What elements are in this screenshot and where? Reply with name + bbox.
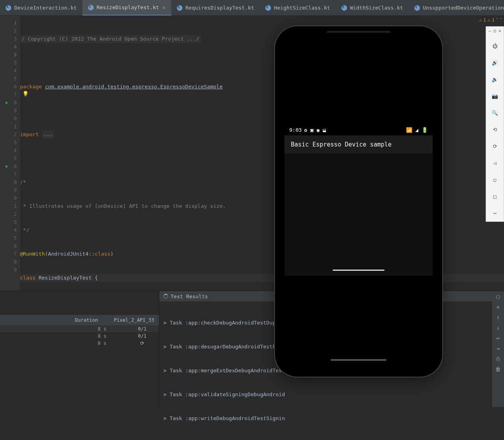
volume-up-icon[interactable]: 🔊 xyxy=(488,56,502,69)
col-device: Pixel_2_API_33 xyxy=(114,317,154,323)
scroll-to-end-icon[interactable]: ⇥ xyxy=(496,345,500,352)
tab-label: WidthSizeClass.kt xyxy=(350,5,403,11)
up-icon[interactable]: ↑ xyxy=(496,314,500,321)
screenshot-icon[interactable]: 📷 xyxy=(488,89,502,103)
test-row[interactable]: 8 s ⟳ xyxy=(0,340,159,347)
tab-label: HeightSizeClass.kt xyxy=(274,5,330,11)
copyright-comment: / Copyright (C) 2022 The Android Open So… xyxy=(20,35,201,43)
close-icon[interactable]: ✕ xyxy=(498,28,501,33)
status-icons: ✿ ▣ ◉ ⬓ xyxy=(304,127,326,133)
tab-resizedisplaytest[interactable]: ResizeDisplayTest.kt × xyxy=(82,0,171,16)
tab-heightsizeclass[interactable]: HeightSizeClass.kt xyxy=(260,0,336,16)
col-duration: Duration xyxy=(75,317,98,323)
tab-label: UnsupportedDeviceOperationExcepti xyxy=(423,5,504,11)
android-status-bar: 9:03 ✿ ▣ ◉ ⬓ 📶 ◢ 🔋 xyxy=(284,124,433,135)
output-side-toolbar: ▢ ✕ ↑ ↓ ↩ ⇥ ⎙ 🗑 xyxy=(492,291,504,407)
rotate-right-icon[interactable]: ⟳ xyxy=(488,139,502,153)
next-highlight-icon[interactable]: ˅ xyxy=(500,18,502,23)
editor-tab-bar: DeviceInteraction.kt ResizeDisplayTest.k… xyxy=(0,0,504,16)
kotlin-file-icon xyxy=(341,5,347,11)
test-row[interactable]: 8 s 0/1 xyxy=(0,325,159,332)
tab-label: ResizeDisplayTest.kt xyxy=(97,4,159,10)
run-class-gutter-icon[interactable]: ▶ xyxy=(6,99,8,107)
run-test-gutter-icon[interactable]: ▶ xyxy=(6,162,8,170)
tab-widthsizeclass[interactable]: WidthSizeClass.kt xyxy=(336,0,409,16)
kotlin-file-icon xyxy=(414,5,420,11)
tab-unsupportedexception[interactable]: UnsupportedDeviceOperationExcepti xyxy=(409,0,504,16)
kotlin-file-icon xyxy=(177,5,182,11)
kotlin-file-icon xyxy=(6,5,11,11)
layout-icon[interactable]: ▢ xyxy=(496,293,500,300)
test-tree-panel: Duration Pixel_2_API_33 8 s 0/1 8 s 0/1 … xyxy=(0,291,159,407)
inspection-summary[interactable]: ⚠1 ⚠1 ˄ ˅ xyxy=(479,18,503,23)
volume-down-icon[interactable]: 🔉 xyxy=(488,72,502,86)
tab-requiresdisplaytest[interactable]: RequiresDisplayTest.kt xyxy=(171,0,260,16)
kotlin-file-icon xyxy=(265,5,271,11)
spinner-icon: ⟳ xyxy=(130,340,154,346)
progress-spinner-icon xyxy=(163,294,168,299)
test-row[interactable]: 8 s 0/1 xyxy=(0,332,159,340)
close-tab-icon[interactable]: × xyxy=(162,4,165,11)
tab-label: DeviceInteraction.kt xyxy=(14,5,77,11)
gesture-bar[interactable] xyxy=(333,270,384,271)
emulator-screen[interactable]: 9:03 ✿ ▣ ◉ ⬓ 📶 ◢ 🔋 Basic Espresso Device… xyxy=(284,124,433,276)
fold-icon[interactable]: ▸ xyxy=(14,19,16,27)
rotate-left-icon[interactable]: ⟲ xyxy=(488,123,502,136)
warning-icon: ⚠ xyxy=(479,18,482,23)
tab-deviceinteraction[interactable]: DeviceInteraction.kt xyxy=(0,0,82,16)
more-icon[interactable]: ⋯ xyxy=(488,206,502,220)
output-title: Test Results xyxy=(171,293,208,299)
tab-label: RequiresDisplayTest.kt xyxy=(186,5,254,11)
zoom-icon[interactable]: 🔍 xyxy=(488,106,502,119)
app-title-bar: Basic Espresso Device sample xyxy=(284,135,433,154)
emulator-device-frame: 9:03 ✿ ▣ ◉ ⬓ 📶 ◢ 🔋 Basic Espresso Device… xyxy=(275,26,442,377)
fold-icon[interactable]: ▸ xyxy=(14,51,16,59)
minimize-icon[interactable]: — xyxy=(488,28,491,33)
test-tree-header: Duration Pixel_2_API_33 xyxy=(0,315,159,325)
prev-highlight-icon[interactable]: ˄ xyxy=(496,18,498,23)
home-icon[interactable]: ○ xyxy=(488,173,502,186)
overview-icon[interactable]: □ xyxy=(488,190,502,203)
status-right-icons: 📶 ◢ 🔋 xyxy=(406,127,428,133)
trash-icon[interactable]: 🗑 xyxy=(495,366,501,372)
kotlin-file-icon xyxy=(88,5,94,10)
soft-wrap-icon[interactable]: ↩ xyxy=(496,335,500,341)
warning-icon: ⚠ xyxy=(488,18,490,23)
power-icon[interactable]: ⏻ xyxy=(488,39,502,53)
back-icon[interactable]: ◁ xyxy=(488,156,502,170)
print-icon[interactable]: ⎙ xyxy=(496,356,500,362)
intention-bulb-icon[interactable]: 💡 xyxy=(22,91,29,97)
close-panel-icon[interactable]: ✕ xyxy=(496,304,500,310)
float-icon[interactable]: ◻ xyxy=(494,28,496,33)
clock: 9:03 xyxy=(289,127,302,133)
down-icon[interactable]: ↓ xyxy=(496,325,500,331)
emulator-toolbar: — ◻ ✕ ⏻ 🔊 🔉 📷 🔍 ⟲ ⟳ ◁ ○ □ ⋯ xyxy=(486,26,504,222)
nav-handle xyxy=(331,359,386,361)
line-gutter: 1▸ 234 5▸ 3456 7 8▶ 9012345 6▶ 789012345… xyxy=(0,16,20,291)
